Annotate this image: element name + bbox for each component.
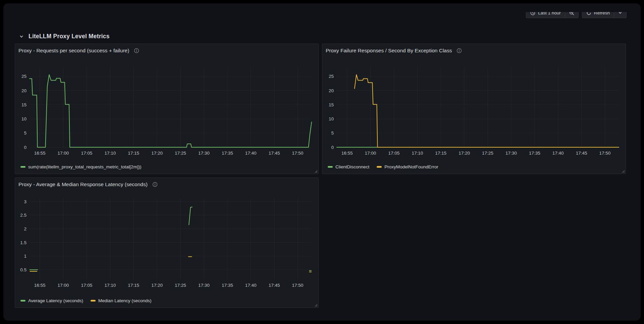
- time-range-label: Last 1 hour: [538, 12, 561, 15]
- svg-text:17:15: 17:15: [128, 151, 139, 156]
- svg-text:17:20: 17:20: [151, 283, 163, 288]
- legend-item[interactable]: sum(rate(litellm_proxy_total_requests_me…: [20, 164, 142, 169]
- legend-swatch-icon: [91, 300, 96, 302]
- svg-text:17:35: 17:35: [222, 151, 233, 156]
- svg-text:17:40: 17:40: [245, 151, 257, 156]
- svg-text:17:10: 17:10: [104, 283, 116, 288]
- refresh-icon: [586, 12, 591, 15]
- svg-text:0.5: 0.5: [20, 267, 26, 272]
- legend-label: Median Latency (seconds): [98, 298, 151, 303]
- panel-failure-responses: Proxy Failure Responses / Second By Exce…: [322, 44, 626, 174]
- svg-text:0: 0: [331, 145, 334, 150]
- legend-item[interactable]: Median Latency (seconds): [91, 298, 151, 303]
- svg-text:17:40: 17:40: [552, 151, 564, 156]
- svg-text:17:30: 17:30: [505, 151, 517, 156]
- svg-text:16:55: 16:55: [34, 151, 46, 156]
- zoom-out-time-button[interactable]: [565, 12, 578, 18]
- svg-text:2.5: 2.5: [20, 213, 26, 218]
- refresh-group: Refresh: [582, 12, 627, 18]
- svg-text:17:05: 17:05: [81, 151, 93, 156]
- panel-resize-handle[interactable]: [314, 304, 318, 307]
- svg-text:17:25: 17:25: [482, 151, 493, 156]
- panel-resize-handle[interactable]: [622, 170, 625, 173]
- svg-text:17:45: 17:45: [576, 151, 587, 156]
- zoom-out-icon: [569, 12, 574, 15]
- time-picker-group: Last 1 hour: [526, 12, 579, 18]
- legend-item[interactable]: ClientDisconnect: [328, 164, 369, 169]
- svg-text:10: 10: [329, 116, 334, 121]
- legend-label: ProxyModelNotFoundError: [384, 164, 438, 169]
- svg-text:25: 25: [21, 74, 26, 79]
- time-series-chart[interactable]: 16:5517:0017:0517:1017:1517:2017:2517:30…: [322, 44, 626, 174]
- svg-text:5: 5: [331, 130, 334, 136]
- svg-text:25: 25: [329, 74, 334, 79]
- svg-text:5: 5: [24, 130, 26, 136]
- svg-text:17:50: 17:50: [292, 283, 304, 288]
- legend-label: ClientDisconnect: [335, 164, 369, 169]
- refresh-button[interactable]: Refresh: [582, 12, 614, 18]
- svg-text:17:15: 17:15: [435, 151, 446, 156]
- legend-swatch-icon: [20, 300, 25, 302]
- top-toolbar: Last 1 hour Refresh: [526, 12, 627, 18]
- svg-text:0: 0: [24, 145, 26, 150]
- legend: Average Latency (seconds)Median Latency …: [20, 298, 151, 303]
- legend-label: sum(rate(litellm_proxy_total_requests_me…: [28, 164, 142, 169]
- svg-text:2: 2: [24, 226, 26, 231]
- legend-label: Average Latency (seconds): [28, 298, 83, 303]
- svg-text:17:00: 17:00: [365, 151, 376, 156]
- legend-item[interactable]: ProxyModelNotFoundError: [377, 164, 438, 169]
- time-series-chart[interactable]: 16:5517:0017:0517:1017:1517:2017:2517:30…: [15, 44, 319, 174]
- svg-text:17:35: 17:35: [222, 283, 233, 288]
- svg-text:15: 15: [21, 102, 26, 107]
- svg-text:17:30: 17:30: [198, 283, 210, 288]
- time-range-button[interactable]: Last 1 hour: [526, 12, 565, 18]
- svg-text:17:35: 17:35: [529, 151, 540, 156]
- svg-text:17:10: 17:10: [104, 151, 116, 156]
- svg-text:17:40: 17:40: [245, 283, 257, 288]
- svg-text:3: 3: [24, 199, 26, 204]
- legend-swatch-icon: [377, 166, 382, 168]
- svg-text:17:30: 17:30: [198, 151, 210, 156]
- svg-text:10: 10: [21, 116, 26, 121]
- legend-swatch-icon: [20, 166, 25, 168]
- svg-text:20: 20: [329, 88, 334, 93]
- svg-text:1.5: 1.5: [20, 240, 26, 245]
- chevron-down-icon: [618, 12, 622, 15]
- panel-requests-per-second: Proxy - Requests per second (success + f…: [15, 44, 319, 174]
- legend-swatch-icon: [328, 166, 333, 168]
- svg-text:17:20: 17:20: [459, 151, 470, 156]
- panel-resize-handle[interactable]: [314, 170, 318, 173]
- refresh-interval-dropdown[interactable]: [614, 12, 626, 18]
- legend-item[interactable]: Average Latency (seconds): [20, 298, 83, 303]
- legend: sum(rate(litellm_proxy_total_requests_me…: [20, 164, 142, 169]
- dashboard-row-header[interactable]: LiteLLM Proxy Level Metrics: [19, 33, 110, 40]
- refresh-label: Refresh: [594, 12, 610, 15]
- svg-text:17:05: 17:05: [81, 283, 93, 288]
- panel-response-latency: Proxy - Average & Median Response Latenc…: [15, 177, 319, 308]
- svg-text:16:55: 16:55: [34, 283, 46, 288]
- svg-text:1: 1: [24, 254, 26, 259]
- svg-text:17:15: 17:15: [128, 283, 139, 288]
- svg-text:17:00: 17:00: [58, 283, 69, 288]
- svg-text:17:50: 17:50: [599, 151, 611, 156]
- svg-text:17:20: 17:20: [151, 151, 163, 156]
- svg-text:17:25: 17:25: [175, 151, 186, 156]
- svg-text:17:05: 17:05: [388, 151, 400, 156]
- svg-text:17:45: 17:45: [269, 283, 280, 288]
- clock-icon: [530, 12, 535, 15]
- time-series-chart[interactable]: 16:5517:0017:0517:1017:1517:2017:2517:30…: [15, 178, 319, 308]
- row-collapse-chevron-icon[interactable]: [19, 34, 24, 39]
- svg-text:17:00: 17:00: [58, 151, 69, 156]
- svg-text:20: 20: [21, 88, 26, 93]
- dashboard-window: Last 1 hour Refresh: [3, 3, 641, 321]
- svg-text:17:25: 17:25: [175, 283, 186, 288]
- svg-text:16:55: 16:55: [341, 151, 353, 156]
- svg-text:17:50: 17:50: [292, 151, 304, 156]
- legend: ClientDisconnectProxyModelNotFoundError: [328, 164, 438, 169]
- row-title[interactable]: LiteLLM Proxy Level Metrics: [29, 33, 110, 40]
- svg-text:15: 15: [329, 102, 334, 107]
- svg-text:17:10: 17:10: [412, 151, 423, 156]
- svg-text:17:45: 17:45: [269, 151, 280, 156]
